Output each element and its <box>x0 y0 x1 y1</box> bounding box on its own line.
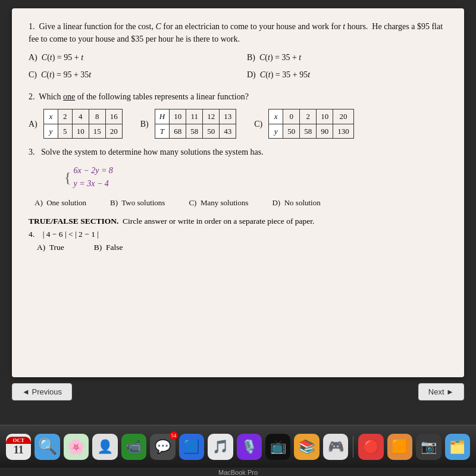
question-3: 3. Solve the system to determine how man… <box>29 146 447 208</box>
q3-choices: A) One solution B) Two solutions C) Many… <box>35 197 447 209</box>
q3-text: 3. Solve the system to determine how man… <box>29 146 447 158</box>
q2-table-b-data: H 10111213 T 68585043 <box>155 109 236 139</box>
q3-eq2: y = 3x − 4 <box>74 177 113 190</box>
dock: OCT 11 🔍 🌸 👤 📹 💬 54 🟦 🎵 🎙️ 📺 📚 🎮 🔴 🟧 📷 🗂… <box>0 425 476 468</box>
q2-table-a-label: A) <box>29 118 37 130</box>
exam-paper: 1. Give a linear function for the cost, … <box>12 8 464 377</box>
question-1: 1. Give a linear function for the cost, … <box>29 20 447 82</box>
q2-table-b[interactable]: B) H 10111213 T 68585043 <box>140 109 236 139</box>
dock-facetime[interactable]: 📹 <box>121 434 146 460</box>
navigation-bar: ◄ Previous Next ► <box>12 380 464 404</box>
tf-header-sub: Circle answer or write in order on a sep… <box>123 217 314 226</box>
dock-calendar-month: OCT <box>6 437 31 444</box>
q3-choice-d[interactable]: D) No solution <box>272 197 320 209</box>
q3-eq1: 6x − 2y = 8 <box>74 164 113 177</box>
q3-system-lines: 6x − 2y = 8 y = 3x − 4 <box>74 164 113 191</box>
q4-choice-a[interactable]: A) True <box>37 243 64 252</box>
dock-app1[interactable]: 🔴 <box>358 434 383 460</box>
q3-choice-a[interactable]: A) One solution <box>35 197 86 209</box>
dock-messages-badge: 54 <box>170 431 178 440</box>
q2-tables: A) x 24816 y 5101520 B) H <box>29 109 447 139</box>
previous-button[interactable]: ◄ Previous <box>12 383 72 400</box>
dock-appletv[interactable]: 📺 <box>265 434 290 460</box>
q4-choices: A) True B) False <box>37 243 447 252</box>
q4-choice-b[interactable]: B) False <box>94 243 123 252</box>
q2-table-c[interactable]: C) x 021020 y 505890130 <box>254 109 354 139</box>
q1-text: 1. Give a linear function for the cost, … <box>29 20 447 45</box>
true-false-section: TRUE/FALSE SECTION. Circle answer or wri… <box>29 217 447 252</box>
q2-table-c-label: C) <box>254 118 262 130</box>
q3-choice-c[interactable]: C) Many solutions <box>189 197 248 209</box>
macbook-label: MacBook Pro <box>218 469 258 476</box>
dock-app2[interactable]: 🟧 <box>387 434 412 460</box>
tf-header: TRUE/FALSE SECTION. Circle answer or wri… <box>29 217 447 226</box>
question-2: 2. Which one of the following tables rep… <box>29 90 447 139</box>
dock-gamecontroller[interactable]: 🎮 <box>323 434 348 460</box>
dock-contacts[interactable]: 👤 <box>92 434 117 460</box>
q3-equations: { 6x − 2y = 8 y = 3x − 4 <box>64 164 447 191</box>
q1-choice-a[interactable]: A) C(t) = 95 + t <box>29 50 229 65</box>
q2-text: 2. Which one of the following tables rep… <box>29 90 447 103</box>
dock-app3[interactable]: 📷 <box>416 434 441 460</box>
brace-icon: { <box>64 170 71 184</box>
q1-choice-c[interactable]: C) C(t) = 95 + 35t <box>29 67 229 82</box>
dock-messages[interactable]: 💬 54 <box>150 434 175 460</box>
dock-calendar[interactable]: OCT 11 <box>6 434 31 460</box>
q4-expression: 4. | 4 − 6 | < | 2 − 1 | <box>29 230 447 239</box>
dock-photos[interactable]: 🌸 <box>64 434 89 460</box>
q1-choice-b[interactable]: B) C(t) = 35 + t <box>247 50 447 65</box>
dock-app4[interactable]: 🗂️ <box>445 434 470 460</box>
q2-table-a[interactable]: A) x 24816 y 5101520 <box>29 109 123 139</box>
q3-choice-b[interactable]: B) Two solutions <box>110 197 165 209</box>
q2-table-a-data: x 24816 y 5101520 <box>43 109 123 139</box>
q2-table-c-data: x 021020 y 505890130 <box>268 109 354 139</box>
dock-calendar-day: 11 <box>14 444 24 456</box>
dock-separator <box>353 436 353 458</box>
q2-table-b-label: B) <box>140 118 149 130</box>
dock-note[interactable]: 🟦 <box>179 434 204 460</box>
dock-books[interactable]: 📚 <box>294 434 319 460</box>
dock-finder[interactable]: 🔍 <box>35 434 60 460</box>
q1-choice-d[interactable]: D) C(t) = 35 + 95t <box>247 67 447 82</box>
q1-choices: A) C(t) = 95 + t B) C(t) = 35 + t C) C(t… <box>29 50 447 82</box>
dock-music[interactable]: 🎵 <box>208 434 233 460</box>
next-button[interactable]: Next ► <box>418 383 464 400</box>
dock-podcast[interactable]: 🎙️ <box>237 434 262 460</box>
